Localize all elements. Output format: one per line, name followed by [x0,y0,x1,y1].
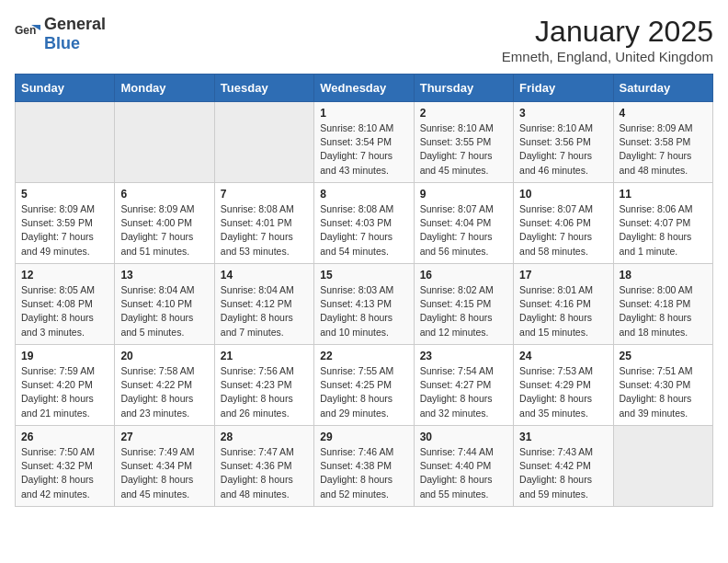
day-info: Sunrise: 8:09 AM Sunset: 4:00 PM Dayligh… [120,202,208,259]
calendar-body: 1Sunrise: 8:10 AM Sunset: 3:54 PM Daylig… [16,102,713,507]
day-info: Sunrise: 8:08 AM Sunset: 4:03 PM Dayligh… [320,202,407,259]
calendar-cell: 14Sunrise: 8:04 AM Sunset: 4:12 PM Dayli… [214,264,313,345]
logo-general-text: General [44,15,106,33]
title-area: January 2025 Emneth, England, United Kin… [502,15,713,64]
calendar-header-row: SundayMondayTuesdayWednesdayThursdayFrid… [16,75,713,102]
calendar-cell: 19Sunrise: 7:59 AM Sunset: 4:20 PM Dayli… [16,345,115,426]
day-number: 19 [21,350,108,362]
day-number: 23 [420,350,507,362]
day-of-week-header: Friday [514,75,613,102]
day-number: 27 [120,431,208,443]
calendar-week-row: 5Sunrise: 8:09 AM Sunset: 3:59 PM Daylig… [16,183,713,264]
day-info: Sunrise: 8:02 AM Sunset: 4:15 PM Dayligh… [420,283,507,339]
calendar-cell: 1Sunrise: 8:10 AM Sunset: 3:54 PM Daylig… [314,102,414,183]
day-info: Sunrise: 8:04 AM Sunset: 4:10 PM Dayligh… [120,283,208,339]
day-info: Sunrise: 7:46 AM Sunset: 4:38 PM Dayligh… [320,445,407,501]
calendar-cell: 24Sunrise: 7:53 AM Sunset: 4:29 PM Dayli… [514,345,613,426]
logo: Gen General Blue [15,15,106,53]
day-info: Sunrise: 7:53 AM Sunset: 4:29 PM Dayligh… [519,364,607,420]
calendar-cell: 3Sunrise: 8:10 AM Sunset: 3:56 PM Daylig… [514,102,613,183]
day-number: 20 [120,350,208,362]
day-of-week-header: Thursday [414,75,513,102]
calendar-cell: 20Sunrise: 7:58 AM Sunset: 4:22 PM Dayli… [115,345,214,426]
day-info: Sunrise: 7:56 AM Sunset: 4:23 PM Dayligh… [221,364,308,420]
calendar-cell: 11Sunrise: 8:06 AM Sunset: 4:07 PM Dayli… [613,183,712,264]
day-number: 9 [420,188,507,201]
day-number: 7 [221,188,308,201]
day-number: 17 [519,269,607,282]
day-number: 30 [420,431,507,443]
calendar-cell [613,426,712,507]
day-number: 28 [221,431,308,443]
calendar-cell: 16Sunrise: 8:02 AM Sunset: 4:15 PM Dayli… [414,264,513,345]
calendar-subtitle: Emneth, England, United Kingdom [502,49,713,64]
day-number: 3 [519,107,607,120]
day-of-week-header: Tuesday [214,75,313,102]
calendar-cell: 28Sunrise: 7:47 AM Sunset: 4:36 PM Dayli… [214,426,313,507]
calendar-table: SundayMondayTuesdayWednesdayThursdayFrid… [15,74,713,507]
day-info: Sunrise: 8:10 AM Sunset: 3:55 PM Dayligh… [420,121,507,178]
day-info: Sunrise: 7:54 AM Sunset: 4:27 PM Dayligh… [420,364,507,420]
calendar-cell [115,102,214,183]
calendar-cell: 13Sunrise: 8:04 AM Sunset: 4:10 PM Dayli… [115,264,214,345]
day-info: Sunrise: 8:00 AM Sunset: 4:18 PM Dayligh… [620,283,707,339]
day-info: Sunrise: 8:04 AM Sunset: 4:12 PM Dayligh… [221,283,308,339]
day-info: Sunrise: 8:07 AM Sunset: 4:06 PM Dayligh… [519,202,607,259]
day-info: Sunrise: 8:08 AM Sunset: 4:01 PM Dayligh… [221,202,308,259]
day-number: 8 [320,188,407,201]
day-info: Sunrise: 8:10 AM Sunset: 3:56 PM Dayligh… [519,121,607,178]
calendar-cell: 4Sunrise: 8:09 AM Sunset: 3:58 PM Daylig… [613,102,712,183]
calendar-cell: 15Sunrise: 8:03 AM Sunset: 4:13 PM Dayli… [314,264,414,345]
day-of-week-header: Saturday [613,75,712,102]
calendar-cell: 30Sunrise: 7:44 AM Sunset: 4:40 PM Dayli… [414,426,513,507]
day-info: Sunrise: 7:43 AM Sunset: 4:42 PM Dayligh… [519,445,607,501]
day-number: 10 [519,188,607,201]
day-number: 11 [620,188,707,201]
day-of-week-header: Wednesday [314,75,414,102]
day-info: Sunrise: 8:03 AM Sunset: 4:13 PM Dayligh… [320,283,407,339]
day-number: 2 [420,107,507,120]
day-info: Sunrise: 8:06 AM Sunset: 4:07 PM Dayligh… [620,202,707,259]
day-number: 1 [320,107,407,120]
calendar-cell [16,102,115,183]
calendar-cell: 8Sunrise: 8:08 AM Sunset: 4:03 PM Daylig… [314,183,414,264]
day-info: Sunrise: 8:07 AM Sunset: 4:04 PM Dayligh… [420,202,507,259]
logo-blue-text: Blue [44,34,80,52]
day-info: Sunrise: 8:05 AM Sunset: 4:08 PM Dayligh… [21,283,108,339]
day-number: 21 [221,350,308,362]
calendar-cell: 26Sunrise: 7:50 AM Sunset: 4:32 PM Dayli… [16,426,115,507]
day-number: 4 [620,107,707,120]
day-number: 12 [21,269,108,282]
day-info: Sunrise: 7:58 AM Sunset: 4:22 PM Dayligh… [120,364,208,420]
calendar-cell: 21Sunrise: 7:56 AM Sunset: 4:23 PM Dayli… [214,345,313,426]
day-number: 29 [320,431,407,443]
day-number: 26 [21,431,108,443]
calendar-cell: 17Sunrise: 8:01 AM Sunset: 4:16 PM Dayli… [514,264,613,345]
day-info: Sunrise: 7:50 AM Sunset: 4:32 PM Dayligh… [21,445,108,501]
day-number: 5 [21,188,108,201]
day-number: 6 [120,188,208,201]
logo-icon: Gen [15,21,40,47]
day-info: Sunrise: 7:44 AM Sunset: 4:40 PM Dayligh… [420,445,507,501]
day-number: 31 [519,431,607,443]
calendar-cell: 10Sunrise: 8:07 AM Sunset: 4:06 PM Dayli… [514,183,613,264]
calendar-cell: 6Sunrise: 8:09 AM Sunset: 4:00 PM Daylig… [115,183,214,264]
day-info: Sunrise: 7:47 AM Sunset: 4:36 PM Dayligh… [221,445,308,501]
day-number: 24 [519,350,607,362]
day-number: 22 [320,350,407,362]
day-number: 16 [420,269,507,282]
calendar-cell: 2Sunrise: 8:10 AM Sunset: 3:55 PM Daylig… [414,102,513,183]
day-number: 25 [620,350,707,362]
calendar-cell [214,102,313,183]
calendar-cell: 31Sunrise: 7:43 AM Sunset: 4:42 PM Dayli… [514,426,613,507]
calendar-cell: 7Sunrise: 8:08 AM Sunset: 4:01 PM Daylig… [214,183,313,264]
day-info: Sunrise: 7:49 AM Sunset: 4:34 PM Dayligh… [120,445,208,501]
day-info: Sunrise: 8:10 AM Sunset: 3:54 PM Dayligh… [320,121,407,178]
calendar-title: January 2025 [502,15,713,49]
day-of-week-header: Monday [115,75,214,102]
calendar-cell: 12Sunrise: 8:05 AM Sunset: 4:08 PM Dayli… [16,264,115,345]
calendar-cell: 22Sunrise: 7:55 AM Sunset: 4:25 PM Dayli… [314,345,414,426]
calendar-week-row: 26Sunrise: 7:50 AM Sunset: 4:32 PM Dayli… [16,426,713,507]
day-info: Sunrise: 7:59 AM Sunset: 4:20 PM Dayligh… [21,364,108,420]
calendar-cell: 9Sunrise: 8:07 AM Sunset: 4:04 PM Daylig… [414,183,513,264]
